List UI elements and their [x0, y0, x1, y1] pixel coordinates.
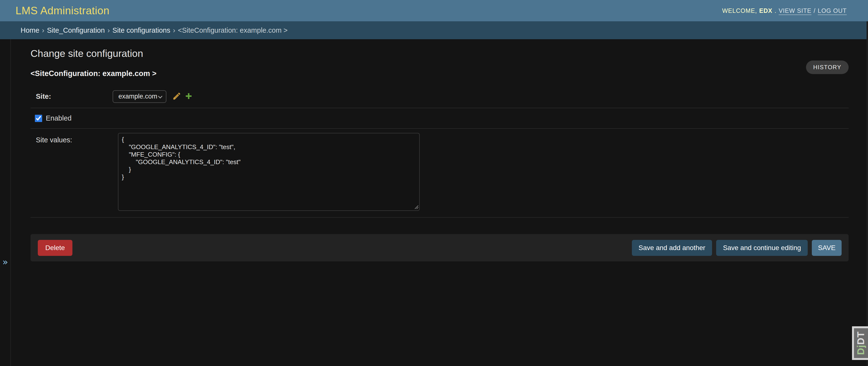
chevron-down-icon	[158, 94, 162, 98]
view-site-link[interactable]: VIEW SITE	[779, 7, 811, 14]
breadcrumb-separator: ›	[42, 26, 44, 34]
debug-toolbar-label: DjDT	[856, 331, 867, 355]
enabled-label: Enabled	[46, 114, 71, 122]
delete-button[interactable]: Delete	[38, 240, 72, 256]
edit-site-button[interactable]	[172, 92, 181, 101]
main-area: » Change site configuration HISTORY <Sit…	[0, 39, 868, 366]
page-title: Change site configuration	[31, 48, 143, 59]
save-and-continue-editing-button[interactable]: Save and continue editing	[716, 240, 808, 256]
change-form: Site: example.com	[31, 85, 848, 218]
site-field-label: Site:	[31, 93, 113, 100]
breadcrumb: Home › Site_Configuration › Site configu…	[0, 21, 868, 39]
content: Change site configuration HISTORY <SiteC…	[11, 39, 868, 366]
form-row-site-values: Site values: { "GOOGLE_ANALYTICS_4_ID": …	[31, 129, 848, 218]
save-and-add-another-button[interactable]: Save and add another	[632, 240, 712, 256]
log-out-link[interactable]: LOG OUT	[817, 7, 847, 14]
pencil-icon	[172, 92, 181, 101]
debug-toolbar-handle[interactable]: DjDT	[852, 326, 868, 360]
form-row-enabled: Enabled	[31, 108, 848, 129]
site-title-link[interactable]: LMS Administration	[16, 5, 110, 17]
plus-icon	[184, 92, 193, 101]
site-values-label: Site values:	[31, 136, 113, 144]
object-title: <SiteConfiguration: example.com >	[31, 69, 156, 78]
header-bar: LMS Administration WELCOME, EDX. VIEW SI…	[0, 0, 868, 21]
save-button[interactable]: SAVE	[812, 240, 842, 256]
username: EDX	[759, 7, 772, 14]
site-select[interactable]: example.com	[113, 90, 166, 103]
welcome-text: WELCOME,	[722, 7, 757, 14]
breadcrumb-home[interactable]: Home	[21, 26, 39, 34]
enabled-checkbox[interactable]	[35, 115, 42, 122]
submit-row: Delete Save and add another Save and con…	[31, 234, 848, 261]
breadcrumb-site-configurations[interactable]: Site configurations	[113, 26, 170, 34]
add-site-button[interactable]	[184, 92, 193, 101]
breadcrumb-site-configuration[interactable]: Site_Configuration	[47, 26, 105, 34]
site-values-textarea[interactable]: { "GOOGLE_ANALYTICS_4_ID": "test", "MFE_…	[118, 133, 420, 211]
welcome-period: .	[775, 7, 776, 14]
site-select-value: example.com	[118, 93, 157, 100]
breadcrumb-separator: ›	[173, 26, 175, 34]
scrollbar[interactable]	[867, 21, 868, 366]
sidebar-expand-toggle[interactable]: »	[2, 257, 8, 267]
breadcrumb-current: <SiteConfiguration: example.com >	[178, 26, 288, 34]
form-row-site: Site: example.com	[31, 85, 848, 108]
breadcrumb-separator: ›	[107, 26, 110, 34]
nav-sidebar-collapsed: »	[0, 39, 11, 366]
history-button[interactable]: HISTORY	[806, 61, 848, 74]
user-tools: WELCOME, EDX. VIEW SITE / LOG OUT	[722, 7, 847, 14]
link-separator: /	[814, 7, 816, 14]
